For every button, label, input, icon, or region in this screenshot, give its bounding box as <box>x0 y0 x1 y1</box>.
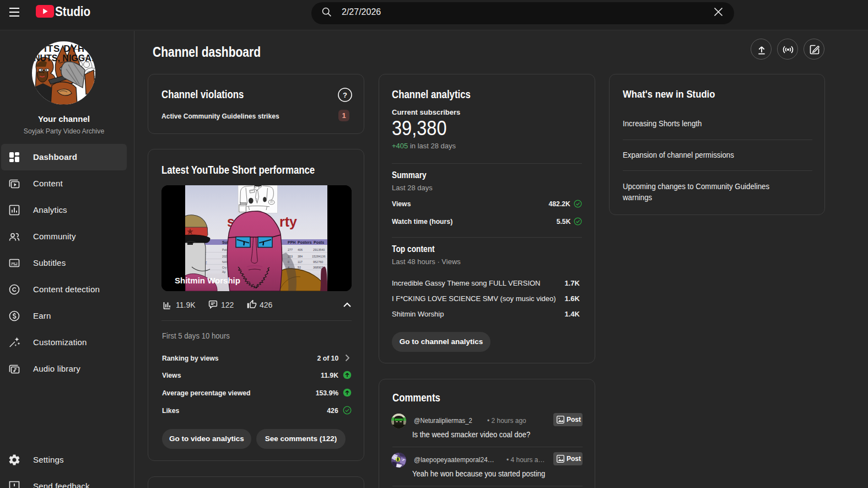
svg-text:2913540: 2913540 <box>313 248 325 251</box>
svg-text:Posts: Posts <box>314 240 324 244</box>
svg-text:52: 52 <box>298 266 301 269</box>
svg-text:368907: 368907 <box>313 266 323 269</box>
svg-text:rty: rty <box>279 214 297 229</box>
svg-text:Ap: Ap <box>222 270 225 274</box>
svg-text:406: 406 <box>298 248 303 251</box>
svg-text:NUTS, NIGGA!: NUTS, NIGGA! <box>34 53 94 63</box>
svg-text:952760: 952760 <box>313 260 323 264</box>
svg-text:?: ? <box>343 91 347 99</box>
svg-text:ITS DYH: ITS DYH <box>44 44 85 54</box>
svg-text:117: 117 <box>298 260 303 264</box>
svg-text:PPH: PPH <box>288 240 295 244</box>
svg-text:Posters: Posters <box>298 240 312 244</box>
svg-text:277: 277 <box>288 248 293 251</box>
svg-text:15284136: 15284136 <box>312 255 325 258</box>
svg-text:384: 384 <box>298 255 303 258</box>
